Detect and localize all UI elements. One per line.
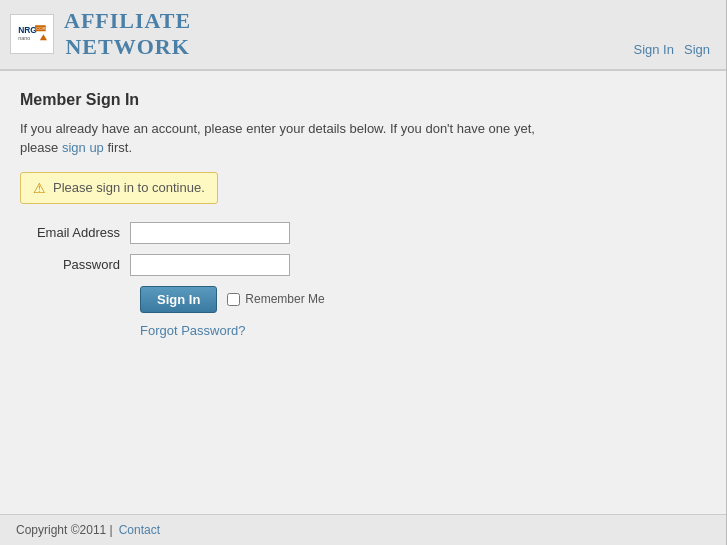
header-nav: Sign In Sign	[633, 42, 710, 61]
header: NRG nano CORP Affiliate Network Sign In …	[0, 0, 726, 70]
page-title: Member Sign In	[20, 91, 706, 109]
password-input[interactable]	[130, 254, 290, 276]
svg-marker-4	[40, 35, 47, 41]
forgot-password-row: Forgot Password?	[140, 323, 706, 338]
sign-up-link[interactable]: sign up	[62, 140, 104, 155]
logo-box: NRG nano CORP	[10, 14, 54, 54]
intro-suffix: first.	[104, 140, 132, 155]
remember-me-checkbox[interactable]	[227, 293, 240, 306]
site-title: Affiliate Network	[64, 8, 191, 61]
header-sign-link[interactable]: Sign	[684, 42, 710, 57]
intro-prefix: please	[20, 140, 62, 155]
svg-text:CORP: CORP	[36, 26, 47, 31]
password-row: Password	[30, 254, 706, 276]
email-input[interactable]	[130, 222, 290, 244]
forgot-password-link[interactable]: Forgot Password?	[140, 323, 246, 338]
warning-icon: ⚠	[33, 180, 46, 196]
intro-line1: If you already have an account, please e…	[20, 121, 535, 136]
header-signin-link[interactable]: Sign In	[633, 42, 673, 57]
copyright-text: Copyright ©2011 |	[16, 523, 113, 537]
email-label: Email Address	[30, 225, 130, 240]
site-title-main: Affiliate	[64, 8, 191, 34]
alert-message: Please sign in to continue.	[53, 180, 205, 195]
login-form: Email Address Password Sign In Remember …	[30, 222, 706, 338]
password-label: Password	[30, 257, 130, 272]
email-row: Email Address	[30, 222, 706, 244]
svg-text:NRG: NRG	[18, 25, 37, 35]
sign-in-button[interactable]: Sign In	[140, 286, 217, 313]
page-wrapper: NRG nano CORP Affiliate Network Sign In …	[0, 0, 727, 545]
logo-icon: NRG nano CORP	[17, 19, 47, 49]
footer: Copyright ©2011 | Contact	[0, 514, 726, 545]
logo-area: NRG nano CORP Affiliate Network	[10, 8, 191, 61]
intro-text: If you already have an account, please e…	[20, 119, 706, 158]
svg-text:nano: nano	[18, 35, 30, 41]
alert-box: ⚠ Please sign in to continue.	[20, 172, 218, 204]
contact-link[interactable]: Contact	[119, 523, 160, 537]
site-title-sub: Network	[64, 34, 191, 60]
remember-me-row: Remember Me	[227, 292, 324, 306]
submit-row: Sign In Remember Me	[140, 286, 706, 313]
remember-me-label: Remember Me	[245, 292, 324, 306]
content-area: Member Sign In If you already have an ac…	[0, 70, 726, 514]
